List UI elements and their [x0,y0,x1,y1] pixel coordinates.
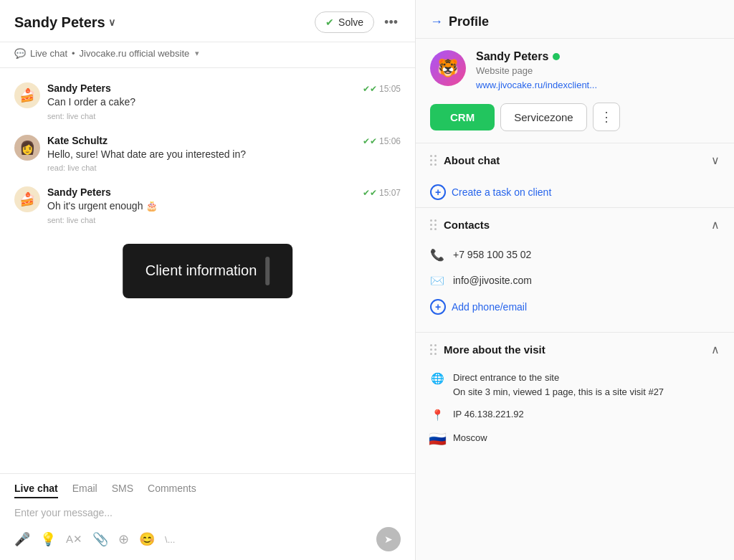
contacts-header[interactable]: Contacts ∧ [416,208,734,242]
visit-chevron-icon: ∧ [711,343,720,356]
site-label: Jivocake.ru official website [80,48,190,59]
add-contact-label: Add phone/email [452,301,527,313]
profile-title: Profile [449,14,489,29]
email-icon: ✉️ [430,273,444,288]
about-chat-title: About chat [444,154,500,166]
contacts-chevron-icon: ∧ [711,218,720,232]
tab-live-chat[interactable]: Live chat [14,483,58,498]
contact-email-item: ✉️ info@jivosite.com [430,267,720,293]
solve-button[interactable]: ✔ Solve [315,11,374,33]
avatar: 🍰 [14,186,40,212]
translate-icon[interactable]: A✕ [66,533,82,546]
avatar: 🍰 [14,82,40,108]
attachment-icon[interactable]: 📎 [92,531,108,547]
create-task-row[interactable]: + Create a task on client [416,177,734,207]
lightbulb-icon[interactable]: 💡 [40,531,56,547]
add-contact-plus-icon: + [430,299,446,315]
read-check-icon: ✔✔ [363,136,377,146]
about-chat-chevron-icon: ∨ [711,153,720,167]
subtitle-chevron-icon[interactable]: ▾ [195,49,199,58]
client-name: Sandy Peters [14,14,105,31]
message-status: read: live chat [47,163,401,172]
contacts-section: Contacts ∧ 📞 +7 958 100 35 02 ✉️ info@ji… [416,207,734,332]
solve-label: Solve [338,16,363,28]
contacts-body: 📞 +7 958 100 35 02 ✉️ info@jivosite.com … [416,242,734,332]
chat-header: Sandy Peters ∨ ✔ Solve ••• [0,0,415,42]
read-check-icon: ✔✔ [363,188,377,198]
client-information-tooltip: Client information [123,244,293,298]
message-status: sent: live chat [47,112,401,120]
visit-header[interactable]: More about the visit ∧ [416,333,734,366]
servicezone-button[interactable]: Servicezone [500,103,587,131]
contact-phone-item: 📞 +7 958 100 35 02 [430,242,720,267]
check-icon: ✔ [325,16,334,28]
message-text: Oh it's urgent enough 🎂 [47,199,401,214]
visit-ip-item: 📍 IP 46.138.221.92 [430,403,720,427]
message-time: ✔✔ 15:05 [363,84,401,94]
back-arrow-icon[interactable]: → [430,14,443,29]
emoji-icon[interactable]: 😊 [139,531,155,547]
profile-header: → Profile [416,0,734,39]
more-options-button[interactable]: ••• [381,12,401,33]
section-header-left: About chat [430,154,500,166]
message-content: Sandy Peters ✔✔ 15:05 Can I order a cake… [47,82,401,120]
tab-comments[interactable]: Comments [148,483,196,498]
right-panel: → Profile 🐯 Sandy Peters Website page ww… [416,0,734,560]
message-time: ✔✔ 15:07 [363,188,401,198]
message-text: Hello, sure! What date are you intereste… [47,148,401,162]
section-header-left: Contacts [430,219,490,231]
add-icon[interactable]: ⊕ [118,531,129,547]
add-phone-email-row[interactable]: + Add phone/email [430,293,720,321]
message-item: 🍰 Sandy Peters ✔✔ 15:05 Can I order a ca… [14,82,401,120]
chat-title: Sandy Peters ∨ [14,14,115,31]
chat-bubble-icon: 💬 [14,48,26,59]
contact-email: info@jivosite.com [453,275,532,286]
header-right: ✔ Solve ••• [315,11,401,33]
tab-email[interactable]: Email [72,483,97,498]
ip-text: IP 46.138.221.92 [453,407,524,422]
plus-circle-icon: + [430,184,446,200]
message-input-placeholder[interactable]: Enter your message... [14,507,401,518]
input-tools: 🎤 💡 A✕ 📎 ⊕ 😊 \... [14,531,175,547]
profile-link[interactable]: www.jivocake.ru/indexclient... [476,80,597,90]
channel-label: Live chat [30,48,67,59]
message-content: Kate Schultz ✔✔ 15:06 Hello, sure! What … [47,135,401,173]
send-button[interactable]: ➤ [376,527,401,551]
visit-entrance-item: 🌐 Direct entrance to the site On site 3 … [430,366,720,403]
input-toolbar: 🎤 💡 A✕ 📎 ⊕ 😊 \... ➤ [14,527,401,551]
title-chevron[interactable]: ∨ [108,16,115,28]
microphone-icon[interactable]: 🎤 [14,531,30,547]
contact-phone: +7 958 100 35 02 [453,249,531,260]
section-header-left: More about the visit [430,343,545,356]
phone-icon: 📞 [430,247,444,262]
location-icon: 📍 [430,408,444,422]
more-tools-icon[interactable]: \... [165,534,175,545]
input-area: Live chat Email SMS Comments Enter your … [0,473,415,560]
message-text: Can I order a cake? [47,95,401,110]
messages-area: 🍰 Sandy Peters ✔✔ 15:05 Can I order a ca… [0,68,415,473]
visit-body: 🌐 Direct entrance to the site On site 3 … [416,366,734,462]
about-chat-section: About chat ∨ [416,143,734,177]
visit-section: More about the visit ∧ 🌐 Direct entrance… [416,332,734,462]
entrance-text: Direct entrance to the site [453,371,664,385]
header-left: Sandy Peters ∨ [14,14,115,31]
message-header: Kate Schultz ✔✔ 15:06 [47,135,401,146]
visit-city-item: 🇷🇺 Moscow [430,427,720,450]
about-chat-header[interactable]: About chat ∨ [416,143,734,177]
avatar: 👩 [14,135,40,161]
profile-name-text: Sandy Peters [476,50,548,63]
tooltip-drag-handle[interactable] [265,257,270,285]
read-check-icon: ✔✔ [363,84,377,94]
message-sender: Sandy Peters [47,82,111,94]
crm-button[interactable]: CRM [430,104,495,130]
message-status: sent: live chat [47,216,401,224]
visit-title: More about the visit [444,343,545,356]
message-content: Sandy Peters ✔✔ 15:07 Oh it's urgent eno… [47,186,401,224]
site-info-text: On site 3 min, viewed 1 page, this is a … [453,385,664,399]
action-buttons: CRM Servicezone ⋮ [416,103,734,143]
chat-subtitle: 💬 Live chat • Jivocake.ru official websi… [0,42,415,68]
flag-icon: 🇷🇺 [430,432,444,446]
more-button[interactable]: ⋮ [593,103,620,131]
chat-panel: Sandy Peters ∨ ✔ Solve ••• 💬 Live chat •… [0,0,416,560]
tab-sms[interactable]: SMS [112,483,133,498]
